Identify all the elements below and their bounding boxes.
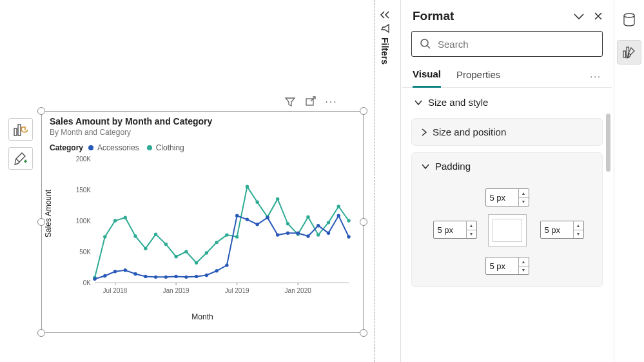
svg-point-39 (317, 233, 320, 236)
spin-up-icon[interactable]: ▲ (519, 189, 529, 198)
svg-point-45 (113, 270, 117, 273)
svg-point-61 (276, 233, 279, 236)
card-size-and-position: Size and position (411, 118, 603, 146)
svg-point-32 (246, 185, 249, 188)
chevron-down-icon (421, 163, 430, 170)
svg-text:150K: 150K (76, 186, 92, 194)
svg-point-64 (306, 234, 309, 237)
padding-right-input[interactable]: 5 px ▲▼ (540, 221, 584, 239)
svg-point-62 (286, 232, 289, 235)
svg-text:Jul 2018: Jul 2018 (103, 287, 128, 294)
section-size-and-style[interactable]: Size and style (409, 88, 605, 116)
format-pane-button[interactable] (617, 40, 641, 65)
padding-value: 5 px (486, 193, 518, 203)
spin-down-icon[interactable]: ▼ (519, 266, 529, 275)
svg-text:Jan 2019: Jan 2019 (163, 287, 190, 294)
build-visual-button[interactable] (8, 118, 33, 141)
tab-properties[interactable]: Properties (456, 64, 500, 86)
svg-point-56 (225, 263, 228, 266)
scrollbar-thumb[interactable] (606, 114, 610, 172)
padding-value: 5 px (434, 225, 466, 235)
svg-point-24 (164, 243, 168, 246)
resize-handle[interactable] (360, 107, 367, 115)
padding-editor: 5 px ▲▼ 5 px ▲▼ 5 px ▲▼ 5 px ▲▼ (433, 185, 581, 275)
legend-swatch-clothing (147, 145, 152, 150)
svg-point-50 (164, 276, 168, 279)
svg-point-31 (235, 235, 239, 238)
svg-point-26 (184, 250, 188, 253)
spin-down-icon[interactable]: ▼ (519, 198, 529, 206)
svg-point-29 (215, 241, 218, 244)
chevron-double-left-icon (379, 10, 391, 19)
more-options-icon[interactable]: ··· (325, 96, 338, 108)
resize-handle[interactable] (360, 329, 367, 337)
more-options-icon[interactable]: ··· (590, 71, 601, 81)
format-visual-button[interactable] (8, 147, 33, 170)
search-icon (420, 38, 431, 50)
svg-point-18 (103, 235, 106, 238)
format-tabs: Visual Properties ··· (402, 63, 612, 88)
svg-point-54 (205, 274, 208, 277)
chart-legend: Category Accessories Clothing (50, 143, 355, 152)
card-label: Padding (435, 161, 471, 172)
chart-plot-area: 0K50K100K150K200KJul 2018Jan 2019Jul 201… (75, 156, 351, 298)
chevron-down-icon (414, 99, 423, 106)
tab-visual[interactable]: Visual (413, 63, 441, 88)
padding-top-input[interactable]: 5 px ▲▼ (485, 188, 529, 206)
report-canvas[interactable]: ··· Sales Amount by Month and Category B… (0, 0, 374, 362)
svg-point-69 (421, 39, 428, 46)
x-axis-label: Month (191, 312, 213, 321)
resize-handle[interactable] (37, 329, 45, 337)
card-header[interactable]: Padding (412, 153, 602, 179)
y-axis-label: Sales Amount (44, 190, 53, 237)
padding-value: 5 px (486, 261, 518, 271)
svg-point-21 (133, 234, 137, 237)
svg-point-43 (93, 277, 96, 281)
svg-point-63 (297, 232, 300, 235)
card-header[interactable]: Size and position (412, 119, 602, 145)
padding-left-input[interactable]: 5 px ▲▼ (433, 221, 477, 239)
right-rail (614, 0, 644, 362)
format-search[interactable] (411, 31, 603, 57)
resize-handle[interactable] (360, 218, 367, 226)
paintbrush-plus-icon (14, 152, 28, 166)
spin-up-icon[interactable]: ▲ (574, 221, 583, 230)
data-pane-button[interactable] (617, 8, 641, 32)
close-icon[interactable] (592, 10, 604, 22)
svg-point-23 (154, 232, 157, 236)
card-padding: Padding 5 px ▲▼ 5 px ▲▼ 5 px ▲▼ (411, 152, 603, 287)
chart-visual[interactable]: Sales Amount by Month and Category By Mo… (41, 111, 364, 333)
svg-rect-71 (623, 51, 626, 57)
filters-collapsed-pane[interactable]: Filters (379, 10, 391, 65)
pane-divider[interactable] (374, 0, 375, 362)
svg-point-52 (184, 276, 188, 279)
svg-point-27 (195, 261, 198, 265)
padding-preview-box (488, 214, 527, 246)
legend-label: Accessories (97, 143, 139, 152)
spin-down-icon[interactable]: ▼ (467, 230, 476, 239)
spin-down-icon[interactable]: ▼ (574, 230, 583, 239)
svg-point-25 (174, 255, 177, 258)
svg-point-65 (317, 224, 320, 227)
padding-bottom-input[interactable]: 5 px ▲▼ (485, 257, 529, 275)
svg-point-22 (144, 247, 147, 250)
resize-handle[interactable] (37, 107, 45, 115)
svg-point-58 (246, 217, 249, 221)
chevron-right-icon (421, 128, 427, 137)
section-label: Size and style (428, 97, 488, 108)
spin-up-icon[interactable]: ▲ (467, 221, 476, 230)
chart-subtitle: By Month and Category (50, 128, 355, 137)
chevron-down-icon[interactable] (573, 10, 585, 22)
filter-icon[interactable] (284, 96, 297, 108)
svg-point-44 (103, 274, 106, 277)
format-sections[interactable]: Size and style Size and position Padding… (401, 88, 613, 359)
svg-point-57 (235, 214, 239, 217)
svg-point-40 (327, 221, 330, 224)
svg-text:Jan 2020: Jan 2020 (285, 287, 312, 294)
svg-point-30 (225, 233, 228, 236)
search-input[interactable] (438, 39, 594, 50)
focus-mode-icon[interactable] (304, 96, 317, 108)
legend-title: Category (50, 143, 83, 152)
spin-up-icon[interactable]: ▲ (519, 257, 529, 266)
filter-icon (380, 23, 390, 34)
